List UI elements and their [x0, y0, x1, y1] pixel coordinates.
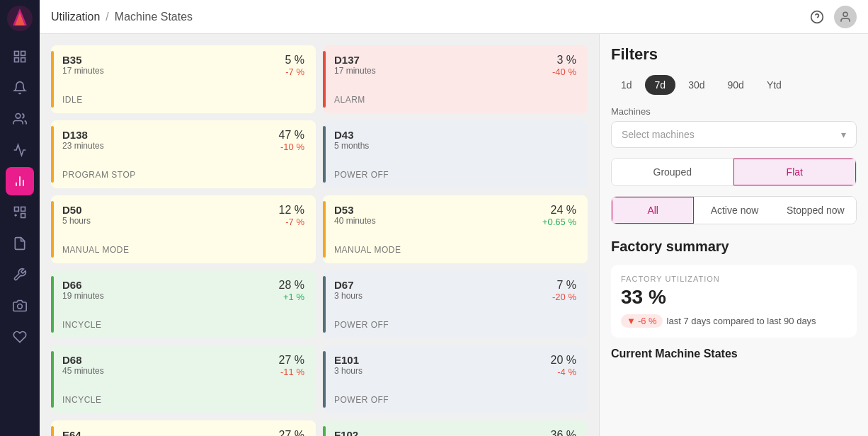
card-machine-state: MANUAL MODE: [62, 245, 304, 255]
card-machine-name: D68: [62, 354, 104, 366]
machine-card[interactable]: F1028 minutes36 %+3 %: [323, 420, 588, 436]
card-machine-state: POWER OFF: [334, 170, 576, 180]
card-machine-state: POWER OFF: [334, 395, 576, 405]
card-machine-pct: 27 %: [279, 429, 304, 436]
svg-rect-5: [15, 58, 19, 62]
filter-all-button[interactable]: All: [612, 197, 694, 224]
card-machine-name: B35: [62, 54, 104, 66]
svg-rect-13: [21, 214, 25, 218]
card-machine-state: PROGRAM STOP: [62, 170, 304, 180]
svg-point-19: [843, 12, 847, 16]
machine-card[interactable]: D505 hours12 %-7 %MANUAL MODE: [51, 195, 316, 263]
machine-card[interactable]: E1013 hours20 %-4 %POWER OFF: [323, 345, 588, 413]
flat-button[interactable]: Flat: [733, 159, 857, 185]
sidebar-item-tools[interactable]: [6, 136, 34, 164]
card-status-bar: [51, 51, 54, 108]
sidebar-item-add-widget[interactable]: [6, 198, 34, 226]
machine-card[interactable]: D13823 minutes47 %-10 %PROGRAM STOP: [51, 120, 316, 188]
card-machine-pct: 27 %: [279, 354, 304, 367]
sidebar-item-notifications[interactable]: [6, 74, 34, 102]
main-content: Utilization / Machine States B3517 minut…: [40, 0, 868, 436]
card-machine-time: 3 hours: [334, 291, 362, 301]
card-status-bar: [51, 426, 54, 436]
card-machine-pct: 20 %: [551, 354, 576, 367]
sidebar-item-users[interactable]: [6, 105, 34, 133]
breadcrumb-separator: /: [105, 11, 108, 23]
sidebar-item-dashboard[interactable]: [6, 42, 34, 71]
card-machine-state: ALARM: [334, 95, 576, 105]
time-btn-30d[interactable]: 30d: [678, 75, 714, 95]
machine-card[interactable]: D673 hours7 %-20 %POWER OFF: [323, 270, 588, 338]
factory-change-label: last 7 days compared to last 90 days: [667, 316, 816, 326]
card-machine-pct: 5 %: [285, 54, 304, 67]
sidebar-item-settings[interactable]: [6, 260, 34, 289]
view-toggle: Grouped Flat: [611, 158, 857, 186]
down-arrow-icon: ▼: [627, 316, 636, 326]
header: Utilization / Machine States: [40, 0, 868, 34]
card-status-bar: [323, 426, 326, 436]
svg-rect-12: [21, 207, 25, 212]
machine-card[interactable]: D435 monthsPOWER OFF: [323, 120, 588, 188]
card-status-bar: [323, 276, 326, 333]
filter-stopped-button[interactable]: Stopped now: [775, 197, 856, 224]
card-machine-change: -10 %: [279, 142, 304, 152]
card-machine-pct: 36 %: [551, 429, 576, 436]
card-machine-state: INCYCLE: [62, 320, 304, 330]
factory-summary-card: FACTORY UTILIZATION 33 % ▼ -6 % last 7 d…: [611, 265, 857, 338]
card-machine-pct: 12 %: [279, 204, 304, 217]
card-machine-time: 17 minutes: [334, 66, 376, 76]
card-machine-name: D67: [334, 279, 362, 291]
card-machine-state: MANUAL MODE: [334, 245, 576, 255]
page-title: Utilization: [51, 11, 100, 23]
user-avatar[interactable]: [834, 6, 857, 28]
card-machine-name: D50: [62, 204, 91, 216]
svg-rect-6: [21, 58, 25, 62]
card-machine-name: D66: [62, 279, 104, 291]
sidebar-item-analytics[interactable]: [6, 167, 34, 195]
card-machine-pct: 3 %: [552, 54, 576, 67]
machine-card[interactable]: B3517 minutes5 %-7 %IDLE: [51, 45, 316, 113]
card-machine-time: 19 minutes: [62, 291, 104, 301]
card-machine-pct: 7 %: [552, 279, 576, 292]
grouped-button[interactable]: Grouped: [612, 159, 733, 185]
machine-card[interactable]: D5340 minutes24 %+0.65 %MANUAL MODE: [323, 195, 588, 263]
card-machine-change: -40 %: [552, 67, 576, 77]
time-btn-7d[interactable]: 7d: [645, 75, 676, 95]
machine-card[interactable]: D6845 minutes27 %-11 %INCYCLE: [51, 345, 316, 413]
help-icon[interactable]: [806, 6, 828, 28]
filter-active-button[interactable]: Active now: [694, 197, 775, 224]
machine-card[interactable]: E6412 minutes27 %-9 %: [51, 420, 316, 436]
card-machine-name: E101: [334, 354, 362, 366]
card-machine-time: 17 minutes: [62, 66, 104, 76]
app-logo[interactable]: [7, 6, 33, 31]
card-machine-time: 5 months: [334, 141, 369, 151]
svg-rect-3: [15, 52, 19, 56]
card-status-bar: [51, 201, 54, 258]
time-btn-1d[interactable]: 1d: [611, 75, 642, 95]
card-machine-pct: 28 %: [279, 279, 304, 292]
sidebar-item-reports[interactable]: [6, 229, 34, 258]
card-machine-change: -4 %: [551, 367, 576, 377]
svg-point-7: [16, 114, 21, 119]
machines-label: Machines: [611, 106, 857, 117]
time-btn-90d[interactable]: 90d: [718, 75, 754, 95]
time-btn-ytd[interactable]: Ytd: [757, 75, 792, 95]
sidebar-item-health[interactable]: [6, 323, 34, 351]
card-machine-name: D43: [334, 129, 369, 141]
select-machines-placeholder: Select machines: [622, 129, 695, 140]
sidebar-item-camera[interactable]: [6, 292, 34, 320]
card-status-bar: [323, 201, 326, 258]
select-machines-dropdown[interactable]: Select machines ▾: [611, 121, 857, 148]
card-machine-name: D53: [334, 204, 376, 216]
time-filter-buttons: 1d7d30d90dYtd: [611, 75, 857, 95]
machine-card[interactable]: D6619 minutes28 %+1 %INCYCLE: [51, 270, 316, 338]
machine-card[interactable]: D13717 minutes3 %-40 %ALARM: [323, 45, 588, 113]
right-panel: Filters 1d7d30d90dYtd Machines Select ma…: [599, 34, 868, 436]
body: B3517 minutes5 %-7 %IDLED13717 minutes3 …: [40, 34, 868, 436]
card-machine-time: 45 minutes: [62, 366, 104, 376]
card-machine-state: INCYCLE: [62, 395, 304, 405]
card-machine-time: 40 minutes: [334, 216, 376, 226]
card-status-bar: [51, 351, 54, 408]
card-status-bar: [51, 276, 54, 333]
card-machine-state: POWER OFF: [334, 320, 576, 330]
